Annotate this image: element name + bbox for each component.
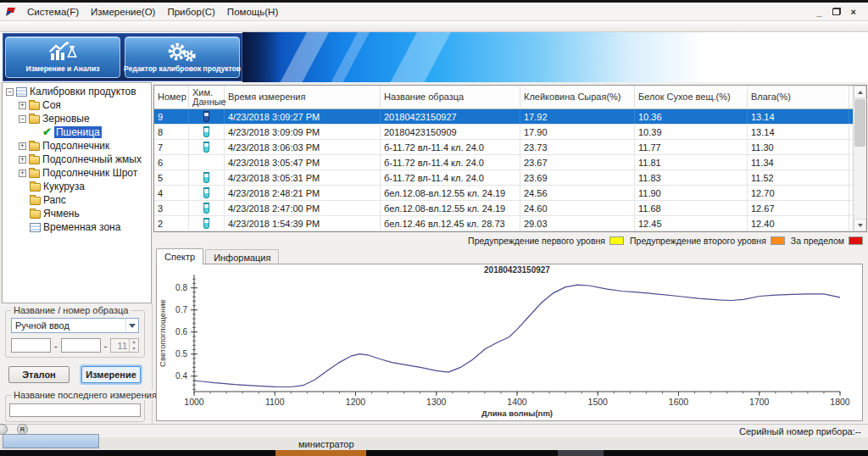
table-cell: б-11.72 вл-11.4 кл. 24.0 [381, 155, 520, 170]
user-role-label: министратор [298, 439, 354, 449]
tree-item-6[interactable]: +Подсолнечник Шрот [4, 166, 151, 180]
menu-item-0[interactable]: Система(F) [21, 4, 85, 19]
menu-item-3[interactable]: Помощь(Н) [221, 4, 284, 19]
collapse-icon[interactable]: − [19, 115, 26, 123]
menu-item-2[interactable]: Прибор(С) [161, 4, 220, 19]
tree-item-0[interactable]: −Калибровки продуктов [4, 85, 151, 98]
table-cell [189, 109, 225, 124]
tree-item-3[interactable]: ✔Пшеница [4, 125, 151, 139]
table-row[interactable]: 84/23/2018 3:09:09 PM2018042315090917.90… [154, 125, 853, 140]
sample-number-field-1[interactable] [11, 338, 51, 353]
column-header-1[interactable]: Хим. Данные [189, 86, 225, 108]
scroll-up-button[interactable] [854, 86, 866, 98]
scroll-down-button[interactable] [854, 219, 866, 231]
table-cell: бел.12.46 вл.12.45 кл. 28.73 [381, 216, 520, 231]
legend-item: Предупреждение первого уровня [468, 236, 624, 246]
folder-icon [30, 197, 41, 205]
table-row[interactable]: 54/23/2018 3:05:31 PMб-11.72 вл-11.4 кл.… [154, 170, 853, 186]
spectrum-plot: 0.40.50.60.70.81000110012001300140015001… [157, 264, 862, 420]
scrollbar-thumb[interactable] [854, 99, 865, 147]
check-icon: ✔ [42, 127, 52, 137]
last-measurement-field[interactable] [9, 403, 141, 417]
tree-item-8[interactable]: Рапс [4, 193, 151, 207]
measure-button[interactable]: Измерение [81, 366, 141, 383]
taskbar-item-gray[interactable] [558, 450, 604, 456]
collapse-icon[interactable]: − [6, 88, 14, 96]
spectrum-curve [194, 285, 840, 386]
svg-text:20180423150927: 20180423150927 [484, 265, 550, 275]
minimize-button[interactable]: _ [816, 8, 821, 16]
tree-item-4[interactable]: +Подсолнечник [4, 139, 151, 153]
group-label: Название последнего измерения [11, 390, 159, 400]
stepper-arrows[interactable] [129, 339, 138, 352]
tree-item-1[interactable]: +Соя [4, 98, 151, 112]
table-cell [189, 155, 225, 170]
tree-item-9[interactable]: Ячмень [4, 207, 151, 220]
input-mode-combobox[interactable]: Ручной ввод [11, 318, 139, 333]
column-header-4[interactable]: Клейковина Сырая(%) [520, 86, 635, 108]
svg-text:1500: 1500 [588, 397, 609, 407]
expand-icon[interactable]: + [19, 156, 26, 164]
table-cell: 12.70 [748, 186, 849, 200]
tree-item-label: Соя [42, 99, 61, 111]
table-cell: 2 [154, 216, 189, 231]
test-tube-icon [203, 187, 209, 198]
stepper-up-icon[interactable] [130, 339, 138, 346]
stepper-down-icon[interactable] [130, 346, 138, 353]
vertical-scrollbar[interactable] [853, 86, 866, 231]
menu-item-1[interactable]: Измерение(О) [85, 4, 161, 19]
table-cell: 11.83 [635, 170, 748, 185]
tree-item-2[interactable]: −Зерновые [4, 112, 151, 125]
restore-button[interactable] [832, 8, 841, 15]
close-button[interactable]: × [851, 8, 856, 16]
table-row[interactable]: 34/23/2018 2:47:00 PMбел.12.08-вл.12.55 … [154, 201, 853, 216]
window-controls: _ × [816, 8, 868, 16]
counter-stepper[interactable]: 11 [110, 338, 139, 353]
expand-icon[interactable]: + [19, 142, 26, 150]
app-icon [5, 6, 16, 17]
svg-text:0.7: 0.7 [175, 305, 187, 314]
table-cell: 11.52 [748, 170, 849, 185]
measurements-table: НомерХим. ДанныеВремя измеренияНазвание … [153, 85, 867, 232]
table-row[interactable]: 24/23/2018 1:54:39 PMбел.12.46 вл.12.45 … [154, 216, 853, 231]
measure-analyze-button[interactable]: Измерение и Анализ [5, 36, 120, 78]
column-header-3[interactable]: Название образца [381, 86, 520, 108]
legend-swatch [609, 236, 624, 245]
legend-swatch [849, 236, 863, 245]
column-header-2[interactable]: Время измерения [225, 86, 381, 108]
table-cell: бел.12.08-вл.12.55 кл. 24.19 [381, 186, 520, 200]
svg-text:1000: 1000 [184, 397, 204, 407]
tree-item-5[interactable]: +Подсолнечный жмых [4, 153, 151, 166]
reference-button[interactable]: Эталон [8, 366, 70, 383]
tab-information[interactable]: Информация [205, 249, 279, 264]
sample-number-inputs: - - 11 [11, 338, 139, 353]
tree-item-7[interactable]: Кукуруза [4, 180, 151, 193]
svg-text:1700: 1700 [749, 397, 770, 407]
table-row[interactable]: 94/23/2018 3:09:27 PM2018042315092717.92… [154, 109, 853, 125]
calibration-editor-button[interactable]: Редактор калибровок продуктов [125, 36, 240, 78]
table-row[interactable]: 44/23/2018 2:48:21 PMбел.12.08-вл.12.55 … [154, 186, 853, 201]
tree-item-10[interactable]: Временная зона [4, 220, 151, 234]
table-row[interactable]: 64/23/2018 3:05:47 PMб-11.72 вл-11.4 кл.… [154, 155, 853, 170]
column-header-5[interactable]: Белок Сухое вещ.(%) [635, 86, 748, 108]
table-cell: 4/23/2018 3:09:09 PM [225, 125, 381, 139]
column-header-6[interactable]: Влага(%) [748, 86, 849, 108]
expand-icon[interactable]: + [19, 102, 26, 109]
table-row[interactable]: 74/23/2018 3:06:03 PMб-11.72 вл-11.4 кл.… [154, 140, 853, 155]
table-cell: 13.14 [748, 109, 849, 124]
table-cell: 24.60 [520, 201, 635, 215]
folder-icon [30, 183, 41, 192]
taskbar-item-orange[interactable] [275, 450, 366, 456]
column-header-0[interactable]: Номер [154, 86, 189, 108]
grid: НомерХим. ДанныеВремя измеренияНазвание … [154, 86, 853, 231]
group-label: Название / номер образца [11, 305, 131, 315]
sample-number-field-2[interactable] [61, 338, 101, 353]
table-cell: б-11.72 вл-11.4 кл. 24.0 [381, 170, 520, 185]
tree-item-label: Пшеница [54, 126, 102, 138]
table-cell: 4/23/2018 3:05:31 PM [225, 170, 381, 185]
banner-shadow [242, 32, 281, 82]
menu-items: Система(F)Измерение(О)Прибор(С)Помощь(Н) [21, 4, 284, 19]
taskbar-button[interactable] [3, 434, 99, 448]
tab-spectrum[interactable]: Спектр [156, 248, 203, 264]
expand-icon[interactable]: + [19, 170, 26, 177]
